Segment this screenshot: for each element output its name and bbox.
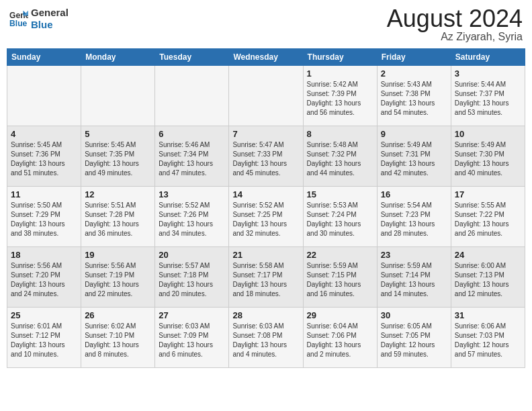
day-number: 5 [85,129,151,139]
calendar-table: SundayMondayTuesdayWednesdayThursdayFrid… [7,48,525,368]
location-subtitle: Az Ziyarah, Syria [387,31,523,43]
page-header: General Blue General Blue August 2024 Az… [7,7,525,43]
day-info: Sunrise: 5:59 AM Sunset: 7:14 PM Dayligh… [381,261,447,299]
day-number: 21 [232,250,299,260]
day-info: Sunrise: 5:42 AM Sunset: 7:39 PM Dayligh… [307,80,373,118]
day-info: Sunrise: 6:02 AM Sunset: 7:10 PM Dayligh… [85,322,151,359]
day-info: Sunrise: 5:57 AM Sunset: 7:18 PM Dayligh… [159,261,225,299]
calendar-cell: 22Sunrise: 5:59 AM Sunset: 7:15 PM Dayli… [303,247,377,308]
day-number: 14 [232,189,299,199]
day-number: 8 [307,129,373,139]
day-number: 1 [307,68,373,79]
day-info: Sunrise: 5:58 AM Sunset: 7:17 PM Dayligh… [232,261,299,299]
calendar-cell [7,66,81,126]
day-info: Sunrise: 5:47 AM Sunset: 7:33 PM Dayligh… [232,140,299,178]
calendar-cell: 1Sunrise: 5:42 AM Sunset: 7:39 PM Daylig… [303,66,377,126]
day-number: 30 [381,310,447,320]
calendar-cell: 2Sunrise: 5:43 AM Sunset: 7:38 PM Daylig… [377,66,451,126]
day-number: 19 [85,250,151,260]
day-number: 11 [11,189,77,199]
calendar-cell: 31Sunrise: 6:06 AM Sunset: 7:03 PM Dayli… [451,308,525,368]
day-number: 9 [381,129,447,139]
day-info: Sunrise: 6:03 AM Sunset: 7:09 PM Dayligh… [159,322,225,359]
day-info: Sunrise: 5:43 AM Sunset: 7:38 PM Dayligh… [381,80,447,118]
calendar-cell: 14Sunrise: 5:52 AM Sunset: 7:25 PM Dayli… [229,187,303,247]
weekday-header-wednesday: Wednesday [229,49,303,66]
calendar-cell: 27Sunrise: 6:03 AM Sunset: 7:09 PM Dayli… [155,308,229,368]
day-number: 10 [455,129,521,139]
day-info: Sunrise: 6:06 AM Sunset: 7:03 PM Dayligh… [455,322,521,359]
month-year-title: August 2024 [387,7,523,31]
day-number: 3 [455,68,521,79]
calendar-cell: 10Sunrise: 5:49 AM Sunset: 7:30 PM Dayli… [451,126,525,187]
day-info: Sunrise: 5:52 AM Sunset: 7:25 PM Dayligh… [232,201,299,238]
day-number: 25 [11,310,77,320]
day-info: Sunrise: 6:01 AM Sunset: 7:12 PM Dayligh… [11,322,77,359]
day-info: Sunrise: 6:04 AM Sunset: 7:06 PM Dayligh… [307,322,373,359]
calendar-cell: 23Sunrise: 5:59 AM Sunset: 7:14 PM Dayli… [377,247,451,308]
calendar-cell: 24Sunrise: 6:00 AM Sunset: 7:13 PM Dayli… [451,247,525,308]
day-info: Sunrise: 5:59 AM Sunset: 7:15 PM Dayligh… [307,261,373,299]
calendar-cell: 21Sunrise: 5:58 AM Sunset: 7:17 PM Dayli… [229,247,303,308]
logo-text-general: General [31,7,69,19]
day-info: Sunrise: 5:48 AM Sunset: 7:32 PM Dayligh… [307,140,373,178]
day-number: 29 [307,310,373,320]
calendar-cell: 28Sunrise: 6:03 AM Sunset: 7:08 PM Dayli… [229,308,303,368]
calendar-cell: 26Sunrise: 6:02 AM Sunset: 7:10 PM Dayli… [81,308,155,368]
calendar-cell: 17Sunrise: 5:55 AM Sunset: 7:22 PM Dayli… [451,187,525,247]
day-number: 24 [455,250,521,260]
calendar-cell: 13Sunrise: 5:52 AM Sunset: 7:26 PM Dayli… [155,187,229,247]
calendar-cell [81,66,155,126]
day-number: 18 [11,250,77,260]
day-number: 22 [307,250,373,260]
calendar-cell: 7Sunrise: 5:47 AM Sunset: 7:33 PM Daylig… [229,126,303,187]
calendar-cell: 19Sunrise: 5:56 AM Sunset: 7:19 PM Dayli… [81,247,155,308]
day-number: 13 [159,189,225,199]
day-info: Sunrise: 5:45 AM Sunset: 7:36 PM Dayligh… [11,140,77,178]
svg-text:Blue: Blue [9,19,28,28]
weekday-header-monday: Monday [81,49,155,66]
weekday-header-tuesday: Tuesday [155,49,229,66]
day-info: Sunrise: 5:53 AM Sunset: 7:24 PM Dayligh… [307,201,373,238]
day-number: 27 [159,310,225,320]
calendar-cell: 12Sunrise: 5:51 AM Sunset: 7:28 PM Dayli… [81,187,155,247]
calendar-cell [155,66,229,126]
weekday-header-row: SundayMondayTuesdayWednesdayThursdayFrid… [7,49,525,66]
calendar-cell: 15Sunrise: 5:53 AM Sunset: 7:24 PM Dayli… [303,187,377,247]
day-info: Sunrise: 5:46 AM Sunset: 7:34 PM Dayligh… [159,140,225,178]
day-info: Sunrise: 5:54 AM Sunset: 7:23 PM Dayligh… [381,201,447,238]
day-number: 12 [85,189,151,199]
day-info: Sunrise: 5:49 AM Sunset: 7:30 PM Dayligh… [455,140,521,178]
weekday-header-thursday: Thursday [303,49,377,66]
calendar-cell: 11Sunrise: 5:50 AM Sunset: 7:29 PM Dayli… [7,187,81,247]
calendar-cell: 8Sunrise: 5:48 AM Sunset: 7:32 PM Daylig… [303,126,377,187]
calendar-week-4: 18Sunrise: 5:56 AM Sunset: 7:20 PM Dayli… [7,247,525,308]
day-number: 31 [455,310,521,320]
day-number: 20 [159,250,225,260]
day-info: Sunrise: 5:51 AM Sunset: 7:28 PM Dayligh… [85,201,151,238]
day-info: Sunrise: 5:55 AM Sunset: 7:22 PM Dayligh… [455,201,521,238]
day-info: Sunrise: 5:44 AM Sunset: 7:37 PM Dayligh… [455,80,521,118]
calendar-cell: 16Sunrise: 5:54 AM Sunset: 7:23 PM Dayli… [377,187,451,247]
day-number: 16 [381,189,447,199]
day-info: Sunrise: 6:03 AM Sunset: 7:08 PM Dayligh… [232,322,299,359]
calendar-cell: 29Sunrise: 6:04 AM Sunset: 7:06 PM Dayli… [303,308,377,368]
calendar-cell: 6Sunrise: 5:46 AM Sunset: 7:34 PM Daylig… [155,126,229,187]
calendar-week-1: 1Sunrise: 5:42 AM Sunset: 7:39 PM Daylig… [7,66,525,126]
logo-text-blue: Blue [31,19,69,31]
calendar-cell: 25Sunrise: 6:01 AM Sunset: 7:12 PM Dayli… [7,308,81,368]
calendar-cell: 5Sunrise: 5:45 AM Sunset: 7:35 PM Daylig… [81,126,155,187]
calendar-cell: 4Sunrise: 5:45 AM Sunset: 7:36 PM Daylig… [7,126,81,187]
calendar-cell [229,66,303,126]
logo: General Blue General Blue [9,7,69,31]
day-info: Sunrise: 5:50 AM Sunset: 7:29 PM Dayligh… [11,201,77,238]
day-number: 17 [455,189,521,199]
weekday-header-sunday: Sunday [7,49,81,66]
day-info: Sunrise: 5:49 AM Sunset: 7:31 PM Dayligh… [381,140,447,178]
day-number: 6 [159,129,225,139]
day-number: 7 [232,129,299,139]
day-number: 2 [381,68,447,79]
day-number: 15 [307,189,373,199]
day-number: 26 [85,310,151,320]
logo-icon: General Blue [9,9,28,28]
